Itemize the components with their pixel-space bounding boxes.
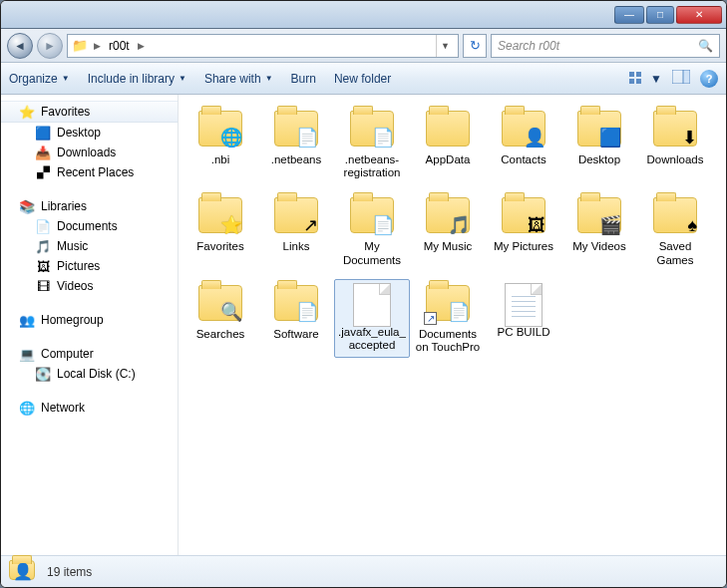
back-button[interactable]: ◄	[7, 33, 33, 59]
nav-item-icon: 🎞	[35, 278, 51, 294]
svg-rect-1	[636, 72, 641, 77]
folder-overlay-icon: 👤	[524, 128, 545, 148]
preview-pane-button[interactable]	[672, 70, 690, 87]
sidebar-favorite-desktop[interactable]: 🟦Desktop	[1, 123, 178, 143]
include-in-library-button[interactable]: Include in library▼	[88, 72, 186, 86]
file-item[interactable]: 📄My Documents	[334, 191, 410, 270]
folder-overlay-icon: 🟦	[599, 128, 621, 148]
item-label: My Pictures	[488, 240, 559, 253]
file-item[interactable]: .javafx_eula_accepted	[334, 279, 410, 358]
star-icon: ⭐	[19, 104, 35, 120]
folder-overlay-icon: ⬇	[682, 128, 697, 148]
item-label: Software	[260, 328, 332, 341]
nav-item-label: Videos	[57, 279, 93, 293]
file-item[interactable]: 🟦Desktop	[561, 105, 637, 183]
navigation-bar: ◄ ► 📁 ▶ r00t ▶ ▼ ↻ Search r00t 🔍	[1, 29, 726, 63]
item-label: .netbeans-registration	[336, 153, 408, 179]
file-item[interactable]: 📄↗Documents on TouchPro	[410, 279, 486, 358]
file-item[interactable]: 🔍Searches	[182, 279, 258, 358]
nav-item-label: Desktop	[57, 126, 101, 140]
share-with-button[interactable]: Share with▼	[204, 72, 273, 86]
file-item[interactable]: 📄Software	[258, 279, 334, 358]
item-label: Desktop	[563, 153, 635, 166]
nav-item-icon: 📥	[35, 145, 51, 160]
items-view[interactable]: 🌐.nbi📄.netbeans📄.netbeans-registrationAp…	[179, 95, 726, 555]
details-pane: 👤 19 items	[1, 555, 726, 587]
breadcrumb-location[interactable]: r00t	[107, 39, 132, 53]
homegroup-group: 👥 Homegroup	[1, 310, 178, 330]
sidebar-library-music[interactable]: 🎵Music	[1, 236, 178, 256]
item-label: Favorites	[184, 240, 256, 253]
item-label: .javafx_eula_accepted	[336, 326, 408, 352]
item-label: Documents on TouchPro	[412, 328, 484, 354]
folder-overlay-icon: 🌐	[220, 128, 242, 148]
folder-overlay-icon: 📄	[296, 128, 318, 148]
item-label: My Music	[412, 240, 484, 253]
sidebar-library-pictures[interactable]: 🖼Pictures	[1, 256, 178, 276]
address-dropdown[interactable]: ▼	[436, 35, 454, 57]
file-item[interactable]: 📄.netbeans-registration	[334, 105, 410, 183]
shortcut-icon: ↗	[424, 312, 437, 325]
sidebar-favorite-recent-places[interactable]: 🙾Recent Places	[1, 162, 178, 182]
folder-overlay-icon: ⭐	[220, 215, 242, 236]
network-header[interactable]: 🌐 Network	[1, 398, 178, 418]
item-label: .nbi	[184, 153, 256, 166]
libraries-icon: 📚	[19, 198, 35, 214]
organize-button[interactable]: Organize▼	[9, 72, 70, 86]
file-item[interactable]: 📄.netbeans	[258, 105, 334, 183]
address-bar[interactable]: 📁 ▶ r00t ▶ ▼	[67, 34, 459, 58]
computer-header[interactable]: 💻 Computer	[1, 344, 178, 364]
nav-item-icon: 🙾	[35, 164, 51, 180]
view-options-button[interactable]: ▼	[628, 71, 662, 87]
folder-overlay-icon: 🎬	[599, 215, 621, 236]
file-item[interactable]: 🎵My Music	[410, 191, 486, 270]
file-item[interactable]: ⬇Downloads	[637, 105, 713, 183]
folder-overlay-icon: ♠	[687, 215, 697, 236]
search-input[interactable]: Search r00t 🔍	[491, 34, 720, 58]
file-item[interactable]: ♠Saved Games	[637, 191, 713, 270]
folder-icon: 📁	[72, 38, 88, 54]
item-label: Searches	[184, 328, 256, 341]
svg-rect-2	[629, 79, 634, 84]
nav-item-label: Downloads	[57, 146, 116, 159]
svg-rect-3	[636, 79, 641, 84]
file-item[interactable]: 👤Contacts	[486, 105, 561, 183]
folder-overlay-icon: 📄	[448, 302, 470, 323]
command-bar: Organize▼ Include in library▼ Share with…	[1, 63, 726, 95]
new-folder-button[interactable]: New folder	[334, 72, 391, 86]
item-count: 19 items	[47, 565, 92, 579]
file-item[interactable]: PC BUILD	[486, 279, 561, 358]
file-item[interactable]: 🖼My Pictures	[486, 191, 561, 270]
titlebar[interactable]: — □ ✕	[1, 1, 726, 29]
search-icon[interactable]: 🔍	[698, 39, 713, 53]
homegroup-icon: 👥	[19, 312, 35, 328]
file-item[interactable]: 🌐.nbi	[182, 105, 258, 183]
file-item[interactable]: AppData	[410, 105, 486, 183]
chevron-icon[interactable]: ▶	[92, 41, 103, 51]
libraries-header[interactable]: 📚 Libraries	[1, 196, 178, 216]
homegroup-header[interactable]: 👥 Homegroup	[1, 310, 178, 330]
sidebar-favorite-downloads[interactable]: 📥Downloads	[1, 143, 178, 162]
file-item[interactable]: 🎬My Videos	[561, 191, 637, 270]
minimize-button[interactable]: —	[614, 6, 644, 24]
favorites-header[interactable]: ⭐ Favorites	[1, 101, 178, 123]
text-file-icon	[505, 283, 543, 327]
sidebar-drive-local-disk-c-[interactable]: 💽Local Disk (C:)	[1, 364, 178, 384]
chevron-icon[interactable]: ▶	[136, 41, 147, 51]
help-button[interactable]: ?	[700, 70, 718, 88]
forward-button[interactable]: ►	[37, 33, 63, 59]
maximize-button[interactable]: □	[646, 6, 674, 24]
sidebar-library-videos[interactable]: 🎞Videos	[1, 276, 178, 296]
close-button[interactable]: ✕	[676, 6, 722, 24]
nav-item-label: Recent Places	[57, 165, 134, 179]
item-label: Contacts	[488, 153, 559, 166]
item-label: PC BUILD	[488, 326, 559, 339]
nav-item-label: Documents	[57, 219, 118, 233]
burn-button[interactable]: Burn	[291, 72, 316, 86]
folder-overlay-icon: 🔍	[220, 302, 242, 323]
refresh-button[interactable]: ↻	[463, 34, 487, 58]
favorites-group: ⭐ Favorites 🟦Desktop📥Downloads🙾Recent Pl…	[1, 101, 178, 182]
file-item[interactable]: ↗Links	[258, 191, 334, 270]
file-item[interactable]: ⭐Favorites	[182, 191, 258, 270]
sidebar-library-documents[interactable]: 📄Documents	[1, 216, 178, 236]
